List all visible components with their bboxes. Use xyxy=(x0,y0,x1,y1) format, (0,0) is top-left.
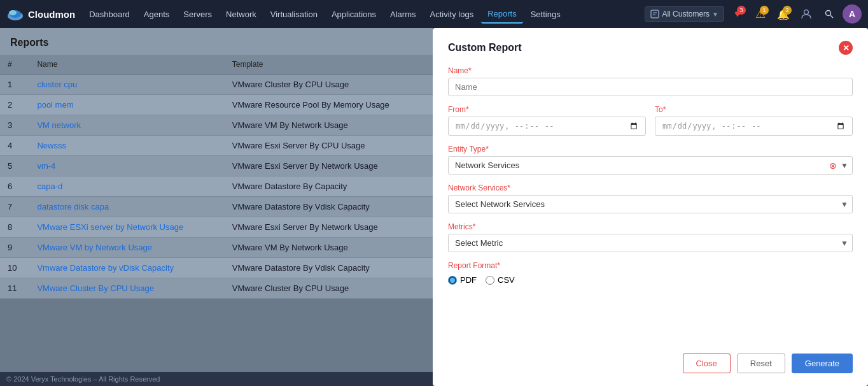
modal-header: Custom Report ✕ xyxy=(448,41,853,55)
entity-type-field-group: Entity Type* Network Services VMware Phy… xyxy=(448,145,853,175)
customer-selector[interactable]: All Customers ▼ xyxy=(645,6,724,22)
notifications-red-btn[interactable]: ♥ 3 xyxy=(728,4,747,24)
close-button[interactable]: Close xyxy=(683,354,731,373)
row-name[interactable]: VMware ESXi server by Network Usage xyxy=(29,217,224,238)
nav-item-activity-logs[interactable]: Activity logs xyxy=(424,6,480,23)
modal-close-button[interactable]: ✕ xyxy=(839,41,853,55)
nav-item-servers[interactable]: Servers xyxy=(177,6,218,23)
name-field-group: Name* xyxy=(448,66,853,96)
row-num: 2 xyxy=(0,95,29,115)
row-template: VMware Cluster By CPU Usage xyxy=(225,75,433,95)
users-icon xyxy=(801,8,812,20)
network-services-select-wrapper: Select Network Services ▼ xyxy=(448,195,853,213)
format-pdf-input[interactable] xyxy=(448,276,457,285)
from-field-group: From* xyxy=(448,105,646,136)
network-services-select[interactable]: Select Network Services xyxy=(449,196,852,213)
metrics-select[interactable]: Select Metric xyxy=(449,234,852,252)
row-template: VMware Datastore By Capacity xyxy=(225,176,433,197)
footer-bar: © 2024 Veryx Technologies – All Rights R… xyxy=(0,372,433,386)
table-row: 2 pool mem VMware Resource Pool By Memor… xyxy=(0,95,433,115)
nav-item-settings[interactable]: Settings xyxy=(524,6,567,23)
row-name[interactable]: Newsss xyxy=(29,136,224,156)
entity-type-select[interactable]: Network Services VMware Physical Servers xyxy=(449,157,852,174)
format-csv-radio[interactable]: CSV xyxy=(486,275,515,285)
report-format-field-group: Report Format* PDF CSV xyxy=(448,261,853,285)
modal-overlay: Custom Report ✕ Name* From* xyxy=(433,28,868,386)
format-pdf-label: PDF xyxy=(460,275,477,285)
table-row: 3 VM network VMware VM By Network Usage xyxy=(0,115,433,136)
nav-item-virtualisation[interactable]: Virtualisation xyxy=(264,6,324,23)
row-name[interactable]: datastore disk capa xyxy=(29,197,224,217)
search-btn[interactable] xyxy=(820,4,839,24)
nav-item-applications[interactable]: Applications xyxy=(325,6,382,23)
nav-item-dashboard[interactable]: Dashboard xyxy=(83,6,136,23)
to-input[interactable] xyxy=(655,117,853,136)
table-row: 11 VMware Cluster By CPU Usage VMware Cl… xyxy=(0,278,433,299)
reset-button[interactable]: Reset xyxy=(737,354,785,373)
name-label: Name* xyxy=(448,66,853,75)
nav-item-reports[interactable]: Reports xyxy=(481,5,523,24)
row-name[interactable]: cluster cpu xyxy=(29,75,224,95)
name-input[interactable] xyxy=(448,78,853,96)
row-num: 9 xyxy=(0,238,29,258)
nav-item-alarms[interactable]: Alarms xyxy=(384,6,422,23)
table-header: # Name Template xyxy=(0,55,433,75)
svg-rect-3 xyxy=(651,10,659,18)
customer-chevron-icon: ▼ xyxy=(712,11,718,18)
entity-type-label: Entity Type* xyxy=(448,145,853,154)
reports-heading: Reports xyxy=(0,28,433,55)
logo-text: Cloudmon xyxy=(28,9,75,20)
footer-text: © 2024 Veryx Technologies – All Rights R… xyxy=(6,375,160,383)
custom-report-modal: Custom Report ✕ Name* From* xyxy=(433,28,868,386)
format-csv-input[interactable] xyxy=(486,276,494,285)
row-name[interactable]: pool mem xyxy=(29,95,224,115)
row-num: 7 xyxy=(0,197,29,217)
modal-title: Custom Report xyxy=(448,42,522,54)
svg-point-7 xyxy=(826,11,831,16)
col-num: # xyxy=(0,55,29,75)
row-name[interactable]: vm-4 xyxy=(29,156,224,176)
entity-type-clear-icon[interactable]: ⊗ xyxy=(829,161,837,171)
network-services-field-group: Network Services* Select Network Service… xyxy=(448,183,853,213)
row-num: 4 xyxy=(0,136,29,156)
search-icon xyxy=(824,9,834,19)
main-content: Reports # Name Template 1 cluster cpu VM… xyxy=(0,28,868,386)
from-input[interactable] xyxy=(448,117,646,136)
top-navigation: Cloudmon Dashboard Agents Servers Networ… xyxy=(0,0,868,28)
row-name[interactable]: capa-d xyxy=(29,176,224,197)
row-template: VMware Esxi Server By CPU Usage xyxy=(225,136,433,156)
svg-point-6 xyxy=(804,10,809,15)
reports-panel: Reports # Name Template 1 cluster cpu VM… xyxy=(0,28,433,386)
row-template: VMware VM By Network Usage xyxy=(225,115,433,136)
row-num: 10 xyxy=(0,258,29,278)
users-icon-btn[interactable] xyxy=(797,4,816,24)
table-row: 6 capa-d VMware Datastore By Capacity xyxy=(0,176,433,197)
row-name[interactable]: VMware Cluster By CPU Usage xyxy=(29,278,224,299)
notifications-bell-btn[interactable]: 🔔 2 xyxy=(774,4,793,24)
row-name[interactable]: VM network xyxy=(29,115,224,136)
nav-item-network[interactable]: Network xyxy=(220,6,263,23)
nav-item-agents[interactable]: Agents xyxy=(137,6,176,23)
format-pdf-radio[interactable]: PDF xyxy=(448,275,477,285)
table-row: 10 Vmware Datastore by vDisk Capacity VM… xyxy=(0,258,433,278)
row-template: VMware Esxi Server By Network Usage xyxy=(225,217,433,238)
table-row: 4 Newsss VMware Esxi Server By CPU Usage xyxy=(0,136,433,156)
red-badge: 3 xyxy=(737,6,746,15)
metrics-label: Metrics* xyxy=(448,222,853,231)
notifications-warning-btn[interactable]: ⚠ 1 xyxy=(751,4,770,24)
row-template: VMware Cluster By CPU Usage xyxy=(225,278,433,299)
svg-line-8 xyxy=(830,15,833,18)
yellow-badge: 1 xyxy=(760,6,769,15)
user-avatar[interactable]: A xyxy=(843,4,862,24)
generate-button[interactable]: Generate xyxy=(792,354,853,373)
row-num: 5 xyxy=(0,156,29,176)
date-row: From* To* xyxy=(448,105,853,136)
svg-point-2 xyxy=(9,10,17,15)
row-name[interactable]: Vmware Datastore by vDisk Capacity xyxy=(29,258,224,278)
table-row: 9 VMware VM by Network Usage VMware VM B… xyxy=(0,238,433,258)
table-row: 5 vm-4 VMware Esxi Server By Network Usa… xyxy=(0,156,433,176)
row-name[interactable]: VMware VM by Network Usage xyxy=(29,238,224,258)
network-services-label: Network Services* xyxy=(448,183,853,192)
metrics-field-group: Metrics* Select Metric ▼ xyxy=(448,222,853,252)
logo[interactable]: Cloudmon xyxy=(6,5,75,23)
